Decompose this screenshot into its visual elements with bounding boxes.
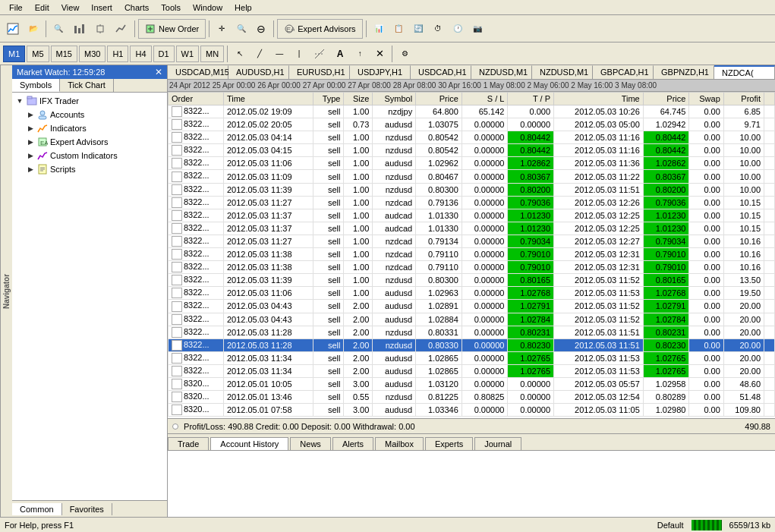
vline-btn[interactable]: | xyxy=(290,44,308,64)
menu-tools[interactable]: Tools xyxy=(155,2,187,14)
candle-btn[interactable] xyxy=(90,19,110,39)
tf-m1[interactable]: M1 xyxy=(3,46,25,62)
table-row[interactable]: 8322...2012.05.03 11:28sell2.00nzdusd0.8… xyxy=(169,326,775,338)
terminal-tab-news[interactable]: News xyxy=(290,437,331,450)
line-chart-btn[interactable] xyxy=(112,19,131,39)
col-tp[interactable]: T / P xyxy=(508,93,554,105)
new-order-button[interactable]: New Order xyxy=(138,19,206,39)
prop-btn[interactable]: ⚙ xyxy=(395,44,414,64)
open-btn[interactable]: 📂 xyxy=(24,19,43,39)
templates-btn[interactable]: 📋 xyxy=(389,19,408,39)
tf-mn[interactable]: MN xyxy=(200,46,224,62)
nav-root-item[interactable]: ▼ IFX Trader xyxy=(12,94,167,108)
terminal-tab-history[interactable]: Account History xyxy=(210,437,288,450)
chart-tab-4[interactable]: USDCAD,H1 xyxy=(411,65,471,79)
col-size[interactable]: Size xyxy=(344,93,373,105)
table-row[interactable]: 8322...2012.05.03 11:37sell1.00audcad1.0… xyxy=(169,209,775,222)
col-close-time[interactable]: Time xyxy=(554,93,644,105)
delete-btn[interactable]: ✕ xyxy=(370,44,389,64)
table-row[interactable]: 8322...2012.05.02 19:09sell1.00nzdjpy64.… xyxy=(169,105,775,118)
table-row[interactable]: 8322...2012.05.02 20:05sell0.73audusd1.0… xyxy=(169,118,775,131)
indicators-btn[interactable]: 📊 xyxy=(370,19,388,39)
nav-tab-favorites[interactable]: Favorites xyxy=(62,503,112,515)
table-row[interactable]: 8322...2012.05.03 11:34sell2.00audusd1.0… xyxy=(169,351,775,364)
table-row[interactable]: 8322...2012.05.03 04:15sell1.00nzdusd0.8… xyxy=(169,144,775,157)
cursor-btn[interactable]: ↖ xyxy=(231,44,249,64)
nav-accounts[interactable]: ▶ Accounts xyxy=(12,108,167,121)
tf-h1[interactable]: H1 xyxy=(107,46,128,62)
tab-tick-chart[interactable]: Tick Chart xyxy=(60,79,114,92)
table-row[interactable]: 8322...2012.05.03 11:38sell1.00nzdcad0.7… xyxy=(169,248,775,261)
table-row[interactable]: 8322...2012.05.03 04:43sell2.00audusd1.0… xyxy=(169,300,775,313)
col-swap[interactable]: Swap xyxy=(689,93,723,105)
chart-tab-9[interactable]: NZDCA( xyxy=(714,65,775,79)
tf-m15[interactable]: M15 xyxy=(51,46,77,62)
chart-tab-5[interactable]: NZDUSD,M1 xyxy=(471,65,532,79)
arrow-btn[interactable]: ↑ xyxy=(351,44,369,64)
period-btn[interactable]: ⏱ xyxy=(429,19,447,39)
tf-m5[interactable]: M5 xyxy=(27,46,49,62)
chart-tab-8[interactable]: GBPNZD,H1 xyxy=(654,65,714,79)
menu-charts[interactable]: Charts xyxy=(118,2,155,14)
chart-tab-2[interactable]: EURUSD,H1 xyxy=(289,65,350,79)
menu-edit[interactable]: Edit xyxy=(29,2,55,14)
zoom-out-btn[interactable]: ⊖ xyxy=(252,19,270,39)
table-row[interactable]: 8322...2012.05.03 11:39sell1.00nzdusd0.8… xyxy=(169,274,775,287)
screenshot-btn[interactable]: 📷 xyxy=(468,19,487,39)
terminal-tab-trade[interactable]: Trade xyxy=(168,437,209,450)
chart-tab-1[interactable]: AUDUSD,H1 xyxy=(228,65,289,79)
table-row[interactable]: 8322...2012.05.03 11:39sell1.00nzdusd0.8… xyxy=(169,183,775,196)
terminal-tab-alerts[interactable]: Alerts xyxy=(332,437,373,450)
col-order[interactable]: Order xyxy=(169,93,224,105)
clock-btn[interactable]: 🕐 xyxy=(449,19,467,39)
table-row[interactable]: 8322...2012.05.03 04:43sell2.00audusd1.0… xyxy=(169,313,775,326)
nav-expert-advisors[interactable]: ▶ EA Expert Advisors xyxy=(12,135,167,149)
refresh-btn[interactable]: 🔄 xyxy=(409,19,427,39)
table-row[interactable]: 8322...2012.05.03 11:27sell1.00nzdcad0.7… xyxy=(169,235,775,247)
col-type[interactable]: Type xyxy=(313,93,344,105)
menu-insert[interactable]: Insert xyxy=(85,2,118,14)
table-row[interactable]: 8322...2012.05.03 11:06sell1.00audusd1.0… xyxy=(169,157,775,170)
table-row[interactable]: 8322...2012.05.03 11:38sell1.00nzdcad0.7… xyxy=(169,261,775,274)
col-open-time[interactable]: Time xyxy=(223,93,313,105)
nav-custom-indicators[interactable]: ▶ Custom Indicators xyxy=(12,149,167,162)
table-row[interactable]: 8322...2012.05.03 11:34sell2.00audusd1.0… xyxy=(169,364,775,377)
menu-window[interactable]: Window xyxy=(187,2,228,14)
tf-w1[interactable]: W1 xyxy=(176,46,200,62)
col-profit[interactable]: Profit xyxy=(723,93,764,105)
table-row[interactable]: 8322...2012.05.03 11:37sell1.00audcad1.0… xyxy=(169,222,775,235)
zoom-in-btn[interactable]: 🔍 xyxy=(49,19,68,39)
terminal-tab-journal[interactable]: Journal xyxy=(474,437,521,450)
chart-tab-0[interactable]: USDCAD,M15 xyxy=(168,65,228,79)
col-open-price[interactable]: Price xyxy=(416,93,462,105)
table-row[interactable]: 8322...2012.05.03 11:06sell1.00audusd1.0… xyxy=(169,287,775,300)
terminal-tab-mailbox[interactable]: Mailbox xyxy=(375,437,424,450)
tf-h4[interactable]: H4 xyxy=(130,46,151,62)
zoom-btn[interactable]: 🔍 xyxy=(232,19,250,39)
chart-tab-6[interactable]: NZDUSD,M1 xyxy=(532,65,593,79)
crosshair-btn[interactable]: ✛ xyxy=(213,19,231,39)
table-row[interactable]: 8320...2012.05.01 10:05sell3.00audusd1.0… xyxy=(169,377,775,390)
nav-indicators[interactable]: ▶ Indicators xyxy=(12,121,167,135)
new-chart-btn[interactable] xyxy=(3,19,23,39)
col-symbol[interactable]: Symbol xyxy=(373,93,416,105)
chart-tab-7[interactable]: GBPCAD,H1 xyxy=(593,65,654,79)
terminal-tab-experts[interactable]: Experts xyxy=(425,437,473,450)
trade-table-container[interactable]: Order Time Type Size Symbol Price S / L … xyxy=(168,92,775,418)
expert-advisors-button[interactable]: EA Expert Advisors xyxy=(277,19,362,39)
table-row[interactable]: 8320...2012.05.01 13:46sell0.55nzdusd0.8… xyxy=(169,391,775,404)
text-btn[interactable]: A xyxy=(331,44,349,64)
chart-tab-3[interactable]: USDJPY,H1 xyxy=(350,65,411,79)
table-row[interactable]: 8322...2012.05.03 11:09sell1.00nzdusd0.8… xyxy=(169,170,775,183)
hline-btn[interactable]: — xyxy=(270,44,288,64)
draw-line-btn[interactable]: ╱ xyxy=(250,44,269,64)
bar-chart-btn[interactable] xyxy=(69,19,89,39)
nav-tab-common[interactable]: Common xyxy=(12,503,62,515)
fibonacci-btn[interactable] xyxy=(310,44,329,64)
table-row[interactable]: 8322...2012.05.03 11:28sell2.00nzdusd0.8… xyxy=(169,338,775,351)
table-row[interactable]: 8320...2012.05.01 07:58sell3.00audusd1.0… xyxy=(169,404,775,417)
col-sl[interactable]: S / L xyxy=(462,93,508,105)
tf-d1[interactable]: D1 xyxy=(153,46,175,62)
panel-close-btn[interactable]: ✕ xyxy=(155,67,162,77)
col-close-price[interactable]: Price xyxy=(643,93,689,105)
